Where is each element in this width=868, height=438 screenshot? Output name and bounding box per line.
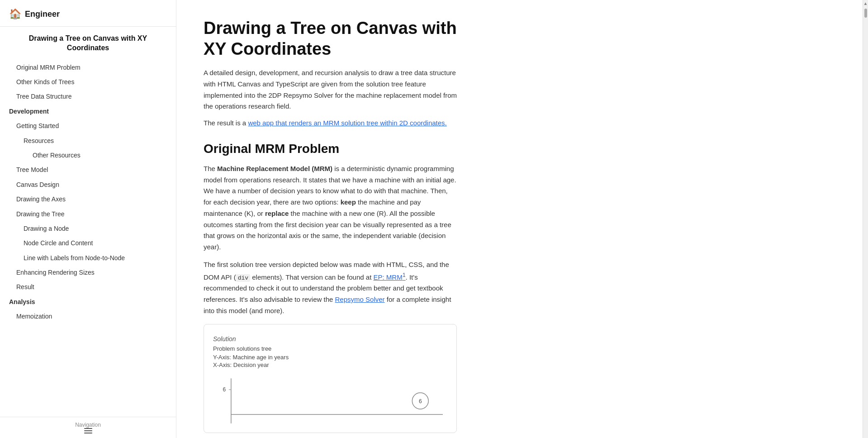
- section1-para1: The Machine Replacement Model (MRM) is a…: [204, 163, 457, 253]
- page-title: Drawing a Tree on Canvas with XY Coordin…: [204, 18, 457, 59]
- navigation-label: Navigation: [9, 422, 167, 428]
- sidebar-nav-item[interactable]: Enhancing Rendering Sizes: [0, 265, 176, 280]
- hamburger-menu-icon[interactable]: [84, 428, 92, 433]
- sidebar-nav-item[interactable]: Drawing the Tree: [0, 207, 176, 221]
- diagram-canvas: 6 6: [213, 374, 447, 428]
- sidebar: 🏠 Engineer Drawing a Tree on Canvas with…: [0, 0, 176, 438]
- sidebar-nav-item[interactable]: Drawing the Axes: [0, 192, 176, 206]
- section1-para2: The first solution tree version depicted…: [204, 259, 457, 317]
- sidebar-nav-item[interactable]: Tree Data Structure: [0, 89, 176, 104]
- sidebar-nav-item[interactable]: Line with Labels from Node-to-Node: [0, 251, 176, 265]
- sidebar-nav-item[interactable]: Memoization: [0, 309, 176, 324]
- sidebar-nav-item[interactable]: Resources: [0, 133, 176, 148]
- diagram-x-axis: X-Axis: Decision year: [213, 362, 447, 368]
- sidebar-nav-item[interactable]: Other Kinds of Trees: [0, 75, 176, 89]
- section1-title: Original MRM Problem: [204, 142, 457, 156]
- sidebar-nav-item[interactable]: Development: [0, 104, 176, 119]
- sidebar-title: Drawing a Tree on Canvas with XY Coordin…: [0, 27, 176, 57]
- div-code: div: [236, 274, 250, 282]
- sidebar-nav-item[interactable]: Original MRM Problem: [0, 60, 176, 75]
- svg-text:6: 6: [223, 386, 226, 393]
- main-content: Drawing a Tree on Canvas with XY Coordin…: [176, 0, 863, 438]
- ep-mrm-link[interactable]: EP: MRM1: [373, 273, 405, 281]
- right-scrollbar[interactable]: ▲: [863, 0, 868, 438]
- logo-text[interactable]: Engineer: [25, 10, 60, 19]
- sidebar-nav-item[interactable]: Tree Model: [0, 162, 176, 177]
- intro-text-content: A detailed design, development, and recu…: [204, 69, 457, 110]
- home-icon: 🏠: [9, 8, 21, 20]
- result-prefix: The result is a: [204, 119, 248, 127]
- logo-bar: 🏠 Engineer: [0, 0, 176, 27]
- sidebar-nav-item[interactable]: Drawing a Node: [0, 221, 176, 236]
- section1-text-before: The: [204, 165, 217, 172]
- sidebar-nav-item[interactable]: Node Circle and Content: [0, 236, 176, 250]
- scrollbar-thumb[interactable]: [864, 9, 867, 18]
- sidebar-nav-item[interactable]: Result: [0, 280, 176, 294]
- intro-paragraph: A detailed design, development, and recu…: [204, 67, 457, 112]
- para2-mid: elements). That version can be found at: [250, 273, 373, 281]
- sidebar-nav-item[interactable]: Getting Started: [0, 119, 176, 133]
- svg-text:6: 6: [419, 398, 422, 405]
- scroll-arrow-up[interactable]: ▲: [863, 0, 868, 7]
- diagram-subtitle: Problem solutions tree: [213, 345, 447, 352]
- sidebar-nav-item[interactable]: Analysis: [0, 295, 176, 309]
- sidebar-nav-item[interactable]: Other Resources: [0, 148, 176, 162]
- diagram-box: Solution Problem solutions tree Y-Axis: …: [204, 324, 457, 433]
- section1-bold3: replace: [265, 209, 289, 217]
- section1-bold2: keep: [341, 198, 356, 206]
- repsymo-link[interactable]: Repsymo Solver: [335, 295, 385, 303]
- sidebar-bottom: Navigation: [0, 417, 176, 438]
- sidebar-nav-item[interactable]: Canvas Design: [0, 177, 176, 192]
- result-paragraph: The result is a web app that renders an …: [204, 118, 457, 129]
- diagram-y-axis: Y-Axis: Machine age in years: [213, 354, 447, 361]
- result-link[interactable]: web app that renders an MRM solution tre…: [248, 119, 446, 127]
- sidebar-nav: Original MRM ProblemOther Kinds of Trees…: [0, 57, 176, 417]
- diagram-label: Solution: [213, 335, 447, 343]
- section1-bold1: Machine Replacement Model (MRM): [217, 165, 332, 172]
